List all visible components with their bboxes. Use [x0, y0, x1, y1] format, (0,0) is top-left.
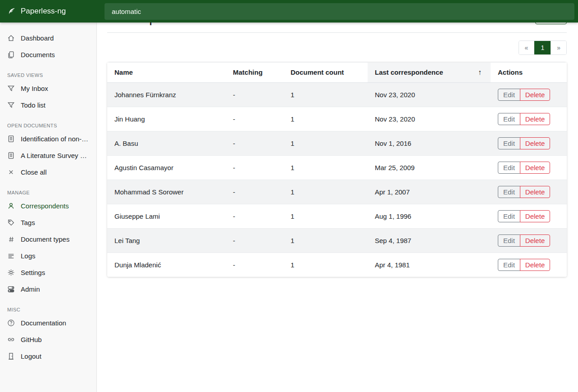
sidebar-item-open-document-1[interactable]: Identification of non-fu... — [0, 131, 96, 147]
pagination: « 1 » — [519, 41, 567, 55]
sidebar-item-label: Dashboard — [21, 34, 54, 42]
matching-value: - — [226, 107, 283, 131]
last-correspondence: Nov 23, 2020 — [368, 82, 491, 107]
last-correspondence: Sep 4, 1987 — [368, 228, 491, 252]
sidebar-item-label: A Literature Survey on ... — [21, 152, 89, 159]
sidebar-item-correspondents[interactable]: Correspondents — [0, 198, 96, 214]
column-header-matching[interactable]: Matching — [226, 62, 283, 82]
edit-button[interactable]: Edit — [498, 259, 520, 271]
filter-icon — [7, 85, 15, 92]
feather-logo-icon — [7, 7, 16, 16]
actions-cell: Edit Delete — [491, 252, 567, 277]
document-count: 1 — [283, 204, 368, 228]
correspondent-name: Mohammad S Sorower — [107, 180, 226, 204]
search-input[interactable] — [105, 3, 574, 20]
delete-button[interactable]: Delete — [520, 259, 550, 271]
sidebar-section-misc: MISC — [7, 307, 89, 312]
sidebar-item-label: Logout — [21, 352, 41, 360]
sidebar-item-open-document-2[interactable]: A Literature Survey on ... — [0, 147, 96, 164]
sidebar-item-my-inbox[interactable]: My Inbox — [0, 80, 96, 97]
sidebar-item-close-all[interactable]: Close all — [0, 164, 96, 180]
actions-cell: Edit Delete — [491, 107, 567, 131]
last-correspondence: Nov 23, 2020 — [368, 107, 491, 131]
delete-button[interactable]: Delete — [520, 113, 550, 125]
edit-button[interactable]: Edit — [498, 234, 520, 247]
sidebar: Dashboard Documents SAVED VIEWS My Inbox… — [0, 23, 97, 392]
column-header-document-count[interactable]: Document count — [283, 62, 368, 82]
documents-icon — [7, 51, 15, 59]
top-navbar: Paperless-ng — [0, 0, 578, 23]
sidebar-item-label: GitHub — [21, 336, 42, 343]
actions-cell: Edit Delete — [491, 131, 567, 155]
sidebar-item-settings[interactable]: Settings — [0, 264, 96, 281]
sidebar-item-tags[interactable]: Tags — [0, 214, 96, 231]
document-count: 1 — [283, 155, 368, 180]
sidebar-item-dashboard[interactable]: Dashboard — [0, 30, 96, 46]
column-header-last-correspondence[interactable]: ↑ Last correspondence — [368, 62, 491, 82]
table-row: Giuseppe Lami - 1 Aug 1, 1996 Edit Delet… — [107, 204, 567, 228]
gear-icon — [7, 269, 15, 276]
matching-value: - — [226, 155, 283, 180]
sidebar-section-saved-views: SAVED VIEWS — [7, 72, 89, 78]
matching-value: - — [226, 82, 283, 107]
sidebar-item-label: Documentation — [21, 319, 66, 327]
delete-button[interactable]: Delete — [520, 162, 550, 174]
edit-button[interactable]: Edit — [498, 89, 520, 101]
last-correspondence: Apr 4, 1981 — [368, 252, 491, 277]
delete-button[interactable]: Delete — [520, 210, 550, 222]
sidebar-item-label: Close all — [21, 168, 47, 176]
correspondent-name: Lei Tang — [107, 228, 226, 252]
question-circle-icon — [7, 319, 15, 327]
edit-button[interactable]: Edit — [498, 113, 520, 125]
delete-button[interactable]: Delete — [520, 89, 550, 101]
column-header-name[interactable]: Name — [107, 62, 226, 82]
correspondent-name: Johannes Fürnkranz — [107, 82, 226, 107]
app-brand[interactable]: Paperless-ng — [0, 7, 97, 16]
pagination-row: « 1 » — [107, 41, 567, 55]
correspondent-name: A. Basu — [107, 131, 226, 155]
pagination-prev-button[interactable]: « — [519, 41, 535, 54]
actions-cell: Edit Delete — [491, 155, 567, 180]
pagination-next-button[interactable]: » — [551, 41, 566, 54]
delete-button[interactable]: Delete — [520, 137, 550, 149]
toggles-icon — [7, 285, 15, 293]
edit-button[interactable]: Edit — [498, 137, 520, 149]
sidebar-item-label: Documents — [21, 51, 55, 59]
document-count: 1 — [283, 107, 368, 131]
column-header-label: Last correspondence — [375, 68, 443, 76]
sidebar-item-document-types[interactable]: Document types — [0, 231, 96, 248]
table-row: Mohammad S Sorower - 1 Apr 1, 2007 Edit … — [107, 180, 567, 204]
matching-value: - — [226, 180, 283, 204]
last-correspondence: Mar 25, 2009 — [368, 155, 491, 180]
header-divider — [107, 32, 567, 33]
sidebar-item-github[interactable]: GitHub — [0, 331, 96, 348]
sidebar-section-manage: MANAGE — [7, 190, 89, 195]
edit-button[interactable]: Edit — [498, 162, 520, 174]
sidebar-item-label: Tags — [21, 219, 35, 226]
sidebar-item-admin[interactable]: Admin — [0, 281, 96, 297]
sidebar-item-documents[interactable]: Documents — [0, 46, 96, 63]
edit-button[interactable]: Edit — [498, 186, 520, 198]
correspondent-name: Jin Huang — [107, 107, 226, 131]
table-row: Jin Huang - 1 Nov 23, 2020 Edit Delete — [107, 107, 567, 131]
table-row: Johannes Fürnkranz - 1 Nov 23, 2020 Edit… — [107, 82, 567, 107]
correspondent-name: Dunja Mladenić — [107, 252, 226, 277]
table-row: A. Basu - 1 Nov 1, 2016 Edit Delete — [107, 131, 567, 155]
sidebar-item-documentation[interactable]: Documentation — [0, 315, 96, 331]
sidebar-item-logout[interactable]: Logout — [0, 348, 96, 365]
actions-cell: Edit Delete — [491, 228, 567, 252]
delete-button[interactable]: Delete — [520, 186, 550, 198]
document-count: 1 — [283, 131, 368, 155]
sidebar-item-todo-list[interactable]: Todo list — [0, 97, 96, 113]
house-icon — [7, 34, 15, 42]
sidebar-item-logs[interactable]: Logs — [0, 248, 96, 264]
sidebar-section-open-documents: OPEN DOCUMENTS — [7, 123, 89, 128]
sidebar-item-label: Logs — [21, 252, 36, 260]
delete-button[interactable]: Delete — [520, 234, 550, 247]
edit-button[interactable]: Edit — [498, 210, 520, 222]
actions-cell: Edit Delete — [491, 82, 567, 107]
close-icon — [7, 168, 15, 176]
table-row: Dunja Mladenić - 1 Apr 4, 1981 Edit Dele… — [107, 252, 567, 277]
table-row: Agustin Casamayor - 1 Mar 25, 2009 Edit … — [107, 155, 567, 180]
pagination-page-1-button[interactable]: 1 — [534, 41, 551, 54]
